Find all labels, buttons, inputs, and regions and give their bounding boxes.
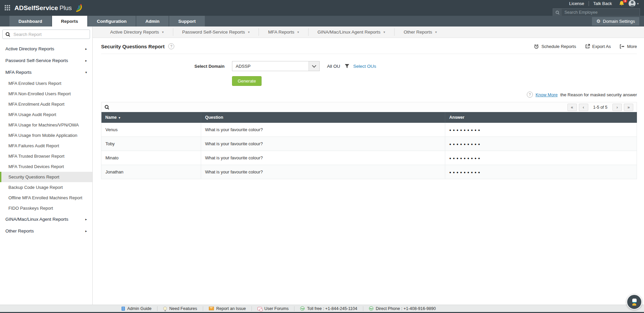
footer-link[interactable]: Report an Issue	[203, 306, 251, 311]
sidebar-item[interactable]: MFA Enrolled Users Report	[0, 78, 92, 89]
tab[interactable]: Dashboard	[9, 16, 51, 27]
search-employee-input[interactable]	[562, 10, 640, 15]
sort-caret-icon[interactable]: ▾	[119, 116, 121, 119]
select-ous-link[interactable]: Select OUs	[353, 64, 376, 69]
sidebar-item[interactable]: MFA Trusted Devices Report	[0, 161, 92, 172]
tab[interactable]: Configuration	[88, 16, 136, 27]
schedule-reports-button[interactable]: Schedule Reports	[534, 44, 576, 49]
report-search-box	[2, 30, 90, 39]
column-header-answer[interactable]: Answer	[445, 112, 637, 123]
first-page-button[interactable]: «	[567, 104, 577, 111]
search-icon[interactable]	[553, 9, 562, 16]
sidebar-item[interactable]: Active Directory Reports ▸	[0, 43, 92, 55]
more-button[interactable]: More	[620, 44, 637, 49]
sidebar-item-label: Security Questions Report	[8, 174, 59, 179]
expander-arrow-icon: ▸	[85, 59, 87, 62]
notifications-bell-icon[interactable]: 1	[619, 1, 625, 6]
ou-filter-funnel-icon[interactable]	[345, 64, 349, 68]
tab[interactable]: Admin	[136, 16, 169, 27]
cell-name: Venus	[101, 123, 201, 137]
footer-icon	[258, 307, 262, 310]
avatar	[629, 0, 636, 7]
category-label: Active Directory Reports	[110, 30, 159, 35]
sidebar-item[interactable]: MFA Usage for Machines/VPN/OWA	[0, 120, 92, 130]
category-dropdown[interactable]: GINA/Mac/Linux Agent Reports ▾	[308, 28, 395, 36]
sidebar-item[interactable]: GINA/Mac/Linux Agent Reports ▸	[0, 213, 92, 225]
category-dropdown[interactable]: Other Reports ▾	[394, 28, 446, 36]
sidebar-item[interactable]: Other Reports ▸	[0, 225, 92, 237]
footer-link[interactable]: Direct Phone : +1-408-916-9890	[363, 306, 442, 311]
category-dropdown[interactable]: Password Self-Service Reports ▾	[173, 28, 259, 36]
sidebar-item-label: MFA Usage for Machines/VPN/OWA	[8, 122, 79, 127]
search-report-input[interactable]	[13, 32, 87, 37]
top-bar-right: License Talk Back 1 ▾	[553, 0, 640, 16]
footer-link[interactable]: User Forums	[251, 306, 294, 311]
table-row[interactable]: Minato What is your favourite colour? ●●…	[101, 151, 637, 165]
help-icon[interactable]: ?	[168, 43, 174, 49]
column-header-question[interactable]: Question	[201, 112, 445, 123]
logo-swoosh-icon	[76, 4, 83, 12]
report-category-nav: Active Directory Reports ▾ Password Self…	[93, 27, 644, 38]
prev-page-button[interactable]: ‹	[579, 104, 588, 111]
select-domain-dropdown[interactable]: ADSSP	[232, 61, 320, 71]
footer-link-label: Admin Guide	[127, 306, 151, 311]
report-header: Security Questions Report ? Schedule Rep…	[101, 38, 637, 54]
sidebar-item[interactable]: Offline MFA Enrolled Machines Report	[0, 193, 92, 203]
license-link[interactable]: License	[565, 1, 589, 6]
sidebar-item[interactable]: MFA Reports ▾	[0, 66, 92, 78]
all-ou-label: All OU	[327, 64, 340, 69]
sidebar-item-label: MFA Enrolled Users Report	[8, 81, 61, 86]
support-chat-button[interactable]	[627, 294, 642, 310]
more-label: More	[627, 44, 637, 49]
chevron-down-icon: ▾	[248, 30, 249, 34]
user-menu[interactable]: ▾	[629, 0, 640, 7]
footer-link[interactable]: Need Features	[157, 306, 203, 311]
sidebar-item[interactable]: MFA Trusted Browser Report	[0, 151, 92, 161]
tab[interactable]: Reports	[52, 16, 87, 27]
dropdown-chevron-button[interactable]	[309, 61, 319, 71]
cell-question: What is your favourite colour?	[201, 137, 445, 151]
generate-button[interactable]: Generate	[232, 76, 262, 86]
sidebar-item[interactable]: MFA Usage Audit Report	[0, 109, 92, 120]
tab-label: Support	[178, 19, 196, 24]
table-search-icon[interactable]	[105, 105, 109, 109]
logo-bold: ADSelfService	[14, 4, 58, 11]
sidebar-item[interactable]: MFA Enrollment Audit Report	[0, 99, 92, 109]
table-row[interactable]: Toby What is your favourite colour? ●●●●…	[101, 137, 637, 151]
sidebar-item[interactable]: Security Questions Report	[0, 172, 92, 182]
footer-link[interactable]: Toll free : +1-844-245-1104	[294, 306, 363, 311]
next-page-button[interactable]: ›	[612, 104, 622, 111]
sidebar-item[interactable]: Backup Code Usage Report	[0, 182, 92, 193]
talkback-link[interactable]: Talk Back	[589, 1, 616, 6]
sidebar-item-label: MFA Reports	[5, 70, 32, 75]
footer-link[interactable]: Admin Guide	[116, 306, 157, 311]
table-row[interactable]: Venus What is your favourite colour? ●●●…	[101, 123, 637, 137]
domain-settings-button[interactable]: ⚙ Domain Settings	[592, 17, 639, 25]
sidebar-item[interactable]: FIDO Passkeys Report	[0, 203, 92, 213]
chevron-down-icon: ▾	[435, 30, 437, 34]
cell-name: Toby	[101, 137, 201, 151]
table-row[interactable]: Jonathan What is your favourite colour? …	[101, 165, 637, 179]
expander-arrow-icon: ▸	[85, 217, 87, 221]
apps-grid-icon[interactable]	[5, 5, 11, 11]
chevron-down-icon: ▾	[383, 30, 385, 34]
footer-icon	[300, 306, 305, 311]
column-header-name[interactable]: Name▾	[101, 112, 201, 123]
sidebar-item[interactable]: MFA Failures Audit Report	[0, 141, 92, 151]
footer-link-label: Direct Phone : +1-408-916-9890	[376, 306, 436, 311]
cell-question: What is your favourite colour?	[201, 123, 445, 137]
sidebar-item-label: MFA Trusted Devices Report	[8, 164, 64, 169]
sidebar-item[interactable]: Password Self-Service Reports ▸	[0, 55, 92, 66]
sidebar-nav: Active Directory Reports ▸ Password Self…	[0, 43, 92, 237]
sidebar-item-label: Offline MFA Enrolled Machines Report	[8, 195, 82, 200]
sidebar-item[interactable]: MFA Usage from Mobile Application	[0, 130, 92, 141]
sidebar-item[interactable]: MFA Non-Enrolled Users Report	[0, 89, 92, 99]
schedule-reports-label: Schedule Reports	[541, 44, 576, 49]
know-more-link[interactable]: Know More	[536, 92, 558, 97]
last-page-button[interactable]: »	[624, 104, 633, 111]
category-dropdown[interactable]: MFA Reports ▾	[259, 28, 308, 36]
category-dropdown[interactable]: Active Directory Reports ▾	[101, 28, 173, 36]
export-as-button[interactable]: Export As	[585, 44, 611, 49]
tab[interactable]: Support	[169, 16, 205, 27]
app-logo: ADSelfServicePlus	[14, 4, 72, 12]
